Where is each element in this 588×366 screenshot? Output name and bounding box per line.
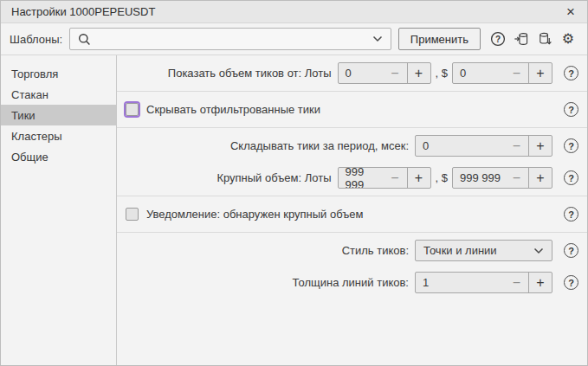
close-icon[interactable]: × bbox=[565, 4, 577, 19]
template-search-box[interactable] bbox=[69, 28, 391, 50]
show-volume-label: Показать объем тиков от: Лоты bbox=[117, 67, 332, 80]
chevron-down-icon[interactable] bbox=[372, 35, 383, 42]
export-template-icon[interactable] bbox=[534, 29, 555, 49]
big-volume-lots-value[interactable]: 999 999 bbox=[339, 168, 384, 188]
help-icon[interactable]: ? bbox=[564, 138, 578, 153]
group-aggregation: Складывать тики за период, мсек: 0 − + ?… bbox=[117, 128, 587, 196]
plus-button[interactable]: + bbox=[528, 136, 552, 156]
notification-checkbox[interactable] bbox=[126, 208, 139, 221]
dialog-title: Настройки 1000PEPEUSDT bbox=[11, 5, 565, 18]
group-show-volume: Показать объем тиков от: Лоты 0 − + , $ … bbox=[117, 55, 587, 92]
show-volume-lots-value[interactable]: 0 bbox=[339, 63, 384, 83]
big-volume-label: Крупный объем: Лоты bbox=[117, 171, 332, 184]
row-notification: Уведомление: обнаружен крупный объем ? bbox=[117, 203, 578, 225]
ticks-settings-panel: Показать объем тиков от: Лоты 0 − + , $ … bbox=[117, 55, 587, 365]
tick-style-dropdown[interactable]: Точки и линии bbox=[415, 240, 552, 261]
settings-sidebar: Торговля Стакан Тики Кластеры Общие bbox=[1, 55, 117, 365]
hide-filtered-checkbox[interactable] bbox=[126, 103, 139, 116]
minus-button[interactable]: − bbox=[505, 136, 528, 156]
minus-button[interactable]: − bbox=[505, 273, 528, 292]
group-notification: Уведомление: обнаружен крупный объем ? bbox=[117, 196, 587, 233]
help-icon[interactable]: ? bbox=[564, 207, 578, 222]
minus-button[interactable]: − bbox=[384, 168, 407, 188]
show-volume-lots-spinner[interactable]: 0 − + bbox=[338, 62, 431, 84]
help-icon[interactable]: ? bbox=[564, 66, 578, 80]
help-icon[interactable]: ? bbox=[564, 243, 578, 258]
minus-button[interactable]: − bbox=[505, 63, 528, 83]
sidebar-item-dom[interactable]: Стакан bbox=[1, 84, 116, 105]
dialog-body: Торговля Стакан Тики Кластеры Общие Пока… bbox=[1, 55, 587, 365]
sidebar-item-ticks[interactable]: Тики bbox=[1, 105, 116, 125]
settings-gear-icon[interactable]: ⚙ bbox=[558, 29, 578, 49]
big-volume-usd-spinner[interactable]: 999 999 − + bbox=[452, 167, 552, 189]
apply-button[interactable]: Применить bbox=[398, 28, 481, 50]
notification-label: Уведомление: обнаружен крупный объем bbox=[146, 208, 363, 221]
row-tick-style: Стиль тиков: Точки и линии ? bbox=[117, 240, 578, 261]
help-icon[interactable]: ? bbox=[564, 275, 578, 290]
group-style: Стиль тиков: Точки и линии ? Толщина лин… bbox=[117, 233, 587, 300]
line-width-value[interactable]: 1 bbox=[416, 273, 505, 292]
line-width-spinner[interactable]: 1 − + bbox=[415, 272, 552, 293]
help-icon[interactable]: ? bbox=[564, 102, 578, 117]
title-bar: Настройки 1000PEPEUSDT × bbox=[1, 1, 587, 23]
chevron-down-icon bbox=[533, 247, 544, 254]
stack-period-spinner[interactable]: 0 − + bbox=[415, 135, 552, 157]
toolbar-icons: ? ⚙ bbox=[488, 29, 578, 49]
line-width-label: Толщина линий тиков: bbox=[117, 276, 409, 289]
big-volume-lots-spinner[interactable]: 999 999 − + bbox=[338, 167, 431, 189]
help-icon[interactable]: ? bbox=[564, 170, 578, 185]
row-line-width: Толщина линий тиков: 1 − + ? bbox=[117, 272, 578, 293]
templates-label: Шаблоны: bbox=[10, 33, 62, 46]
svg-text:?: ? bbox=[495, 35, 501, 44]
minus-button[interactable]: − bbox=[505, 168, 528, 188]
stack-period-value[interactable]: 0 bbox=[416, 136, 505, 156]
usd-label: , $ bbox=[436, 171, 448, 184]
stack-period-label: Складывать тики за период, мсек: bbox=[117, 139, 409, 152]
hide-filtered-label: Скрывать отфильтрованные тики bbox=[146, 103, 320, 116]
template-search-input[interactable] bbox=[97, 32, 366, 47]
search-icon bbox=[78, 33, 91, 46]
show-volume-usd-spinner[interactable]: 0 − + bbox=[452, 62, 552, 84]
show-volume-usd-value[interactable]: 0 bbox=[453, 63, 505, 83]
templates-toolbar: Шаблоны: Применить ? ⚙ bbox=[1, 23, 587, 55]
tick-style-value: Точки и линии bbox=[423, 244, 533, 257]
sidebar-item-general[interactable]: Общие bbox=[1, 146, 116, 167]
minus-button[interactable]: − bbox=[384, 63, 407, 83]
settings-dialog: Настройки 1000PEPEUSDT × Шаблоны: Примен… bbox=[0, 0, 588, 366]
row-stack-period: Складывать тики за период, мсек: 0 − + ? bbox=[117, 135, 578, 157]
plus-button[interactable]: + bbox=[528, 63, 552, 83]
sidebar-item-trading[interactable]: Торговля bbox=[1, 63, 116, 84]
plus-button[interactable]: + bbox=[528, 168, 552, 188]
sidebar-item-clusters[interactable]: Кластеры bbox=[1, 125, 116, 146]
plus-button[interactable]: + bbox=[407, 63, 430, 83]
import-template-icon[interactable] bbox=[511, 29, 532, 49]
row-hide-filtered: Скрывать отфильтрованные тики ? bbox=[117, 99, 578, 120]
help-icon[interactable]: ? bbox=[488, 29, 508, 49]
group-hide-filtered: Скрывать отфильтрованные тики ? bbox=[117, 92, 587, 128]
plus-button[interactable]: + bbox=[528, 273, 552, 292]
tick-style-label: Стиль тиков: bbox=[117, 244, 409, 257]
big-volume-usd-value[interactable]: 999 999 bbox=[453, 168, 505, 188]
usd-label: , $ bbox=[436, 67, 448, 80]
plus-button[interactable]: + bbox=[407, 168, 430, 188]
row-big-volume: Крупный объем: Лоты 999 999 − + , $ 999 … bbox=[117, 167, 578, 189]
row-show-volume: Показать объем тиков от: Лоты 0 − + , $ … bbox=[117, 62, 578, 84]
